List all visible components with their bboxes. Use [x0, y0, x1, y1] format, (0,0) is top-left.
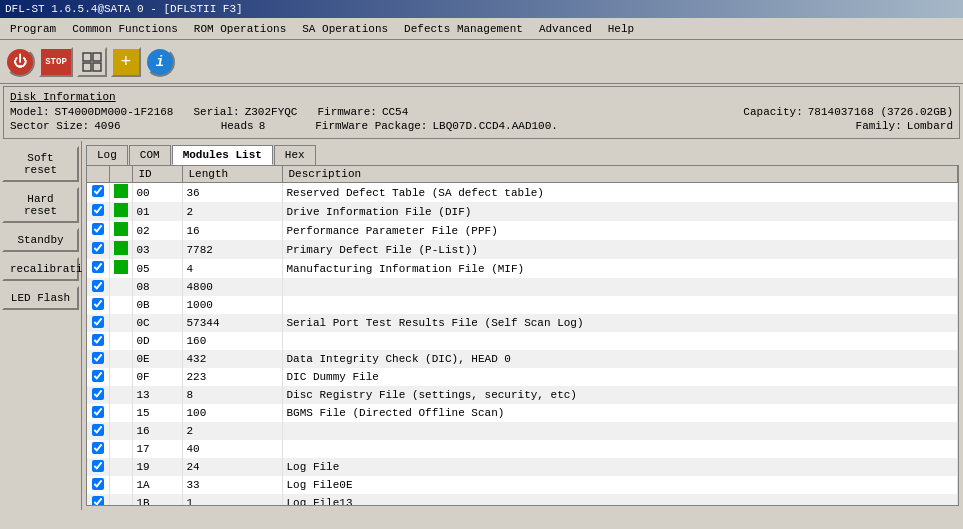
- row-description: [282, 440, 958, 458]
- row-checkbox[interactable]: [92, 460, 104, 472]
- table-row: 1740: [87, 440, 958, 458]
- row-checkbox[interactable]: [92, 316, 104, 328]
- row-length: 4: [182, 259, 282, 278]
- row-description: [282, 422, 958, 440]
- row-checkbox[interactable]: [92, 406, 104, 418]
- standby-button[interactable]: Standby: [2, 228, 79, 252]
- row-description: Log File0E: [282, 476, 958, 494]
- family-label: Family:: [856, 120, 902, 132]
- row-length: 223: [182, 368, 282, 386]
- row-description: Reserved Defect Table (SA defect table): [282, 183, 958, 203]
- svg-rect-3: [93, 63, 101, 71]
- tab-com[interactable]: COM: [129, 145, 171, 165]
- row-id: 08: [132, 278, 182, 296]
- row-description: BGMS File (Directed Offline Scan): [282, 404, 958, 422]
- table-row: 0B1000: [87, 296, 958, 314]
- family-value: Lombard: [907, 120, 953, 132]
- serial-label: Serial:: [193, 106, 239, 118]
- hard-reset-button[interactable]: Hard reset: [2, 187, 79, 223]
- col-length: Length: [182, 166, 282, 183]
- led-flash-button[interactable]: LED Flash: [2, 286, 79, 310]
- row-checkbox[interactable]: [92, 478, 104, 490]
- row-id: 19: [132, 458, 182, 476]
- tab-hex[interactable]: Hex: [274, 145, 316, 165]
- row-checkbox[interactable]: [92, 242, 104, 254]
- capacity-value: 7814037168 (3726.02GB): [808, 106, 953, 118]
- svg-rect-0: [83, 53, 91, 61]
- disk-info-title: Disk Information: [10, 91, 953, 103]
- modules-table: ID Length Description 0036Reserved Defec…: [87, 166, 958, 506]
- row-checkbox[interactable]: [92, 352, 104, 364]
- row-description: [282, 332, 958, 350]
- row-id: 0E: [132, 350, 182, 368]
- row-length: 40: [182, 440, 282, 458]
- table-row: 012Drive Information File (DIF): [87, 202, 958, 221]
- menu-program[interactable]: Program: [2, 21, 64, 37]
- row-id: 01: [132, 202, 182, 221]
- info-button[interactable]: i: [145, 47, 175, 77]
- row-length: 160: [182, 332, 282, 350]
- firmware-pkg-value: LBQ07D.CCD4.AAD100.: [432, 120, 557, 132]
- row-checkbox[interactable]: [92, 298, 104, 310]
- recalibration-button[interactable]: recalibration: [2, 257, 79, 281]
- table-row: 037782Primary Defect File (P-List)): [87, 240, 958, 259]
- menu-advanced[interactable]: Advanced: [531, 21, 600, 37]
- row-checkbox[interactable]: [92, 223, 104, 235]
- row-description: Data Integrity Check (DIC), HEAD 0: [282, 350, 958, 368]
- soft-reset-button[interactable]: Soft reset: [2, 146, 79, 182]
- row-checkbox[interactable]: [92, 370, 104, 382]
- row-checkbox[interactable]: [92, 388, 104, 400]
- row-description: [282, 296, 958, 314]
- svg-rect-1: [93, 53, 101, 61]
- table-row: 15100BGMS File (Directed Offline Scan): [87, 404, 958, 422]
- row-length: 1000: [182, 296, 282, 314]
- table-body: 0036Reserved Defect Table (SA defect tab…: [87, 183, 958, 507]
- row-checkbox[interactable]: [92, 204, 104, 216]
- firmware-label: Firmware:: [317, 106, 376, 118]
- title-text: DFL-ST 1.6.5.4@SATA 0 - [DFLSTII F3]: [5, 3, 243, 15]
- row-checkbox[interactable]: [92, 261, 104, 273]
- row-length: 8: [182, 386, 282, 404]
- tab-log[interactable]: Log: [86, 145, 128, 165]
- menu-defects-management[interactable]: Defects Management: [396, 21, 531, 37]
- menu-sa-operations[interactable]: SA Operations: [294, 21, 396, 37]
- grid-button[interactable]: [77, 47, 107, 77]
- row-checkbox[interactable]: [92, 280, 104, 292]
- row-checkbox[interactable]: [92, 334, 104, 346]
- row-id: 00: [132, 183, 182, 203]
- power-button[interactable]: ⏻: [5, 47, 35, 77]
- table-row: 0E432Data Integrity Check (DIC), HEAD 0: [87, 350, 958, 368]
- disk-info: Disk Information Model: ST4000DM000-1F21…: [3, 86, 960, 139]
- row-length: 1: [182, 494, 282, 506]
- menu-common-functions[interactable]: Common Functions: [64, 21, 186, 37]
- row-id: 0B: [132, 296, 182, 314]
- model-label: Model:: [10, 106, 50, 118]
- row-length: 16: [182, 221, 282, 240]
- row-checkbox[interactable]: [92, 185, 104, 197]
- table-row: 1B1Log File13: [87, 494, 958, 506]
- row-id: 0C: [132, 314, 182, 332]
- row-checkbox[interactable]: [92, 496, 104, 507]
- table-row: 0D160: [87, 332, 958, 350]
- col-description: Description: [282, 166, 958, 183]
- table-row: 054Manufacturing Information File (MIF): [87, 259, 958, 278]
- row-length: 33: [182, 476, 282, 494]
- add-button[interactable]: +: [111, 47, 141, 77]
- table-row: 084800: [87, 278, 958, 296]
- row-checkbox[interactable]: [92, 442, 104, 454]
- menu-rom-operations[interactable]: ROM Operations: [186, 21, 294, 37]
- row-id: 1A: [132, 476, 182, 494]
- row-length: 2: [182, 202, 282, 221]
- row-description: Log File13: [282, 494, 958, 506]
- row-description: Drive Information File (DIF): [282, 202, 958, 221]
- toolbar: ⏻ STOP + i: [0, 40, 963, 84]
- row-id: 0D: [132, 332, 182, 350]
- stop-button[interactable]: STOP: [39, 47, 73, 77]
- row-description: Primary Defect File (P-List)): [282, 240, 958, 259]
- menu-help[interactable]: Help: [600, 21, 642, 37]
- table-row: 1924Log File: [87, 458, 958, 476]
- row-checkbox[interactable]: [92, 424, 104, 436]
- tab-modules-list[interactable]: Modules List: [172, 145, 273, 165]
- table-row: 1A33Log File0E: [87, 476, 958, 494]
- firmware-pkg-label: FirmWare Package:: [315, 120, 427, 132]
